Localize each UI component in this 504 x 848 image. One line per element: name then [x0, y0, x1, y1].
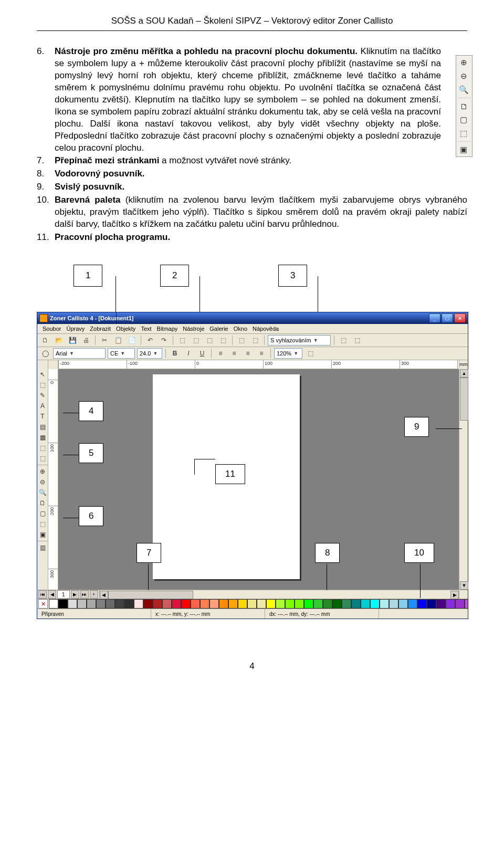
color-swatch[interactable]: [370, 599, 380, 609]
color-swatch[interactable]: [408, 599, 417, 609]
color-swatch[interactable]: [143, 599, 153, 609]
redo-icon[interactable]: ↷: [158, 334, 170, 346]
color-swatch[interactable]: [153, 599, 162, 609]
color-swatch[interactable]: [380, 599, 389, 609]
tool-button[interactable]: ⬚: [37, 519, 48, 529]
color-swatch[interactable]: [446, 599, 455, 609]
color-swatch[interactable]: [49, 599, 58, 609]
tool-icon[interactable]: ⬚: [338, 334, 349, 346]
save-icon[interactable]: 💾: [67, 334, 78, 346]
color-swatch[interactable]: [115, 599, 124, 609]
tool-button[interactable]: ▦: [37, 432, 48, 443]
color-swatch[interactable]: [465, 599, 468, 609]
color-swatch[interactable]: [219, 599, 228, 609]
color-swatch[interactable]: [342, 599, 351, 609]
align-left-icon[interactable]: ≡: [215, 348, 226, 359]
print-icon[interactable]: 🖨: [80, 334, 92, 346]
scroll-up-button[interactable]: ▲: [460, 369, 468, 378]
color-swatch[interactable]: [200, 599, 209, 609]
menu-item[interactable]: Galerie: [209, 326, 228, 332]
menu-item[interactable]: Bitmapy: [157, 326, 178, 332]
tool-button[interactable]: A: [37, 401, 48, 411]
first-page-button[interactable]: ⏮: [38, 590, 47, 599]
tool-button[interactable]: ✎: [37, 390, 48, 401]
open-icon[interactable]: 📂: [53, 334, 65, 346]
font-select[interactable]: Arial ▼: [53, 348, 106, 359]
color-swatch[interactable]: [266, 599, 276, 609]
prev-page-button[interactable]: ◀: [48, 590, 56, 599]
menu-item[interactable]: Úpravy: [66, 326, 85, 332]
horizontal-scrollbar[interactable]: ◀ ▶: [100, 590, 459, 599]
menu-item[interactable]: Nápověda: [253, 326, 279, 332]
align-right-icon[interactable]: ≡: [242, 348, 254, 359]
zoom-field[interactable]: 120% ▼: [274, 348, 302, 359]
vertical-scrollbar[interactable]: ▲ ▼: [459, 369, 468, 590]
close-button[interactable]: ×: [454, 313, 466, 323]
tool-button[interactable]: 🔍: [37, 487, 48, 498]
color-swatch[interactable]: [68, 599, 77, 609]
color-swatch[interactable]: [257, 599, 266, 609]
paste-icon[interactable]: 📄: [126, 334, 138, 346]
menu-item[interactable]: Text: [141, 326, 151, 332]
tool-icon[interactable]: ⬚: [176, 334, 188, 346]
color-swatch[interactable]: [58, 599, 68, 609]
menu-item[interactable]: Okno: [234, 326, 247, 332]
color-swatch[interactable]: [162, 599, 172, 609]
color-swatch[interactable]: [134, 599, 143, 609]
scroll-thumb[interactable]: [108, 591, 193, 599]
color-swatch[interactable]: [323, 599, 332, 609]
tool-icon[interactable]: ⬚: [249, 334, 261, 346]
color-swatch[interactable]: [361, 599, 370, 609]
color-swatch[interactable]: [332, 599, 342, 609]
scroll-thumb[interactable]: [460, 378, 468, 421]
tool-button[interactable]: ⬚: [37, 380, 48, 390]
tool-button[interactable]: ▢: [37, 508, 48, 519]
color-swatch[interactable]: [436, 599, 446, 609]
tool-icon[interactable]: ⬚: [217, 334, 229, 346]
color-swatch[interactable]: [191, 599, 200, 609]
undo-icon[interactable]: ↶: [144, 334, 156, 346]
align-justify-icon[interactable]: ≡: [256, 348, 267, 359]
tool-icon[interactable]: ⬚: [236, 334, 247, 346]
new-icon[interactable]: 🗋: [39, 334, 51, 346]
tool-button[interactable]: ⊕: [37, 466, 48, 477]
color-swatch[interactable]: [124, 599, 134, 609]
tool-button[interactable]: ▤: [37, 422, 48, 432]
last-page-button[interactable]: ⏭: [80, 590, 89, 599]
font-size-field[interactable]: 24.0 ▼: [137, 348, 162, 359]
color-swatch[interactable]: [247, 599, 257, 609]
color-swatch[interactable]: [238, 599, 247, 609]
tool-icon[interactable]: ⬚: [351, 334, 363, 346]
canvas-area[interactable]: [58, 369, 459, 590]
scroll-down-button[interactable]: ▼: [460, 581, 468, 590]
tool-button[interactable]: ⬚: [37, 453, 48, 464]
antialias-select[interactable]: S vyhlazováním ▼: [268, 335, 331, 346]
tool-icon[interactable]: ⬚: [190, 334, 202, 346]
tool-button[interactable]: ▣: [37, 529, 48, 540]
color-swatch[interactable]: [427, 599, 436, 609]
transparent-color-button[interactable]: ✕: [38, 599, 48, 609]
scroll-left-button[interactable]: ◀: [100, 591, 108, 599]
menu-item[interactable]: Objekty: [116, 326, 135, 332]
color-swatch[interactable]: [304, 599, 313, 609]
italic-button[interactable]: I: [183, 348, 194, 359]
color-swatch[interactable]: [295, 599, 304, 609]
color-swatch[interactable]: [276, 599, 285, 609]
menu-item[interactable]: Soubor: [43, 326, 61, 332]
next-page-button[interactable]: ▶: [71, 590, 79, 599]
color-swatch[interactable]: [398, 599, 408, 609]
color-swatch[interactable]: [455, 599, 465, 609]
color-swatch[interactable]: [96, 599, 106, 609]
tool-button[interactable]: ⊖: [37, 477, 48, 487]
tool-button[interactable]: 🗋: [37, 498, 48, 508]
color-swatch[interactable]: [228, 599, 238, 609]
align-center-icon[interactable]: ≡: [228, 348, 240, 359]
color-swatch[interactable]: [106, 599, 115, 609]
copy-icon[interactable]: 📋: [112, 334, 124, 346]
color-swatch[interactable]: [313, 599, 323, 609]
scroll-right-button[interactable]: ▶: [450, 591, 459, 599]
tool-icon[interactable]: ⬚: [304, 348, 316, 359]
menu-item[interactable]: Nástroje: [183, 326, 204, 332]
font-preview-icon[interactable]: ◯: [39, 348, 51, 359]
menu-item[interactable]: Zobrazit: [90, 326, 111, 332]
